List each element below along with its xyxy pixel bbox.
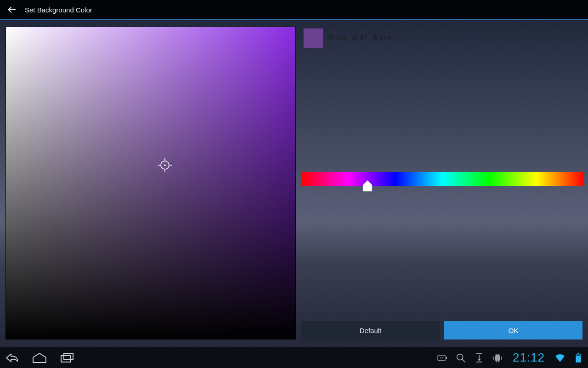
ok-button[interactable]: OK	[444, 321, 582, 339]
action-bar: Set Background Color	[0, 0, 588, 20]
rgb-readout: R:105 G:67 B:144	[329, 34, 391, 41]
nav-recent-icon[interactable]	[60, 351, 74, 364]
b-value: B:144	[373, 34, 391, 41]
search-icon[interactable]	[456, 353, 466, 363]
svg-rect-17	[493, 356, 494, 360]
download-notification-icon[interactable]	[474, 353, 484, 363]
content-area: R:105 G:67 B:144 Default OK	[0, 20, 588, 347]
page-title: Set Background Color	[25, 6, 92, 14]
nav-back-icon[interactable]	[5, 351, 19, 364]
nav-home-icon[interactable]	[32, 351, 47, 364]
svg-rect-7	[61, 356, 70, 362]
svg-rect-8	[64, 353, 73, 360]
g-value: G:67	[353, 34, 368, 41]
battery-icon	[573, 353, 583, 363]
back-arrow-icon[interactable]	[6, 3, 18, 16]
svg-line-13	[462, 359, 465, 362]
button-row: Default OK	[301, 321, 582, 339]
android-icon	[492, 353, 503, 363]
wifi-icon	[555, 353, 565, 363]
svg-rect-18	[501, 356, 502, 360]
svg-rect-10	[446, 356, 447, 359]
app-root: Set Background Color R:105 G:67	[0, 0, 588, 368]
battery-badge-icon: 25	[437, 353, 447, 363]
statusbar-clock[interactable]: 21:12	[513, 351, 545, 365]
svg-text:25: 25	[440, 356, 443, 360]
svg-point-12	[457, 354, 463, 360]
svg-rect-23	[576, 356, 581, 362]
svg-rect-14	[495, 356, 500, 361]
selected-color-swatch	[303, 28, 323, 48]
svg-rect-20	[498, 361, 499, 362]
system-navbar: 25 21:12	[0, 347, 588, 368]
saturation-value-picker[interactable]	[6, 27, 296, 339]
r-value: R:105	[329, 34, 347, 41]
svg-rect-19	[496, 361, 497, 362]
default-button[interactable]: Default	[301, 321, 440, 339]
hue-slider[interactable]	[301, 172, 583, 186]
